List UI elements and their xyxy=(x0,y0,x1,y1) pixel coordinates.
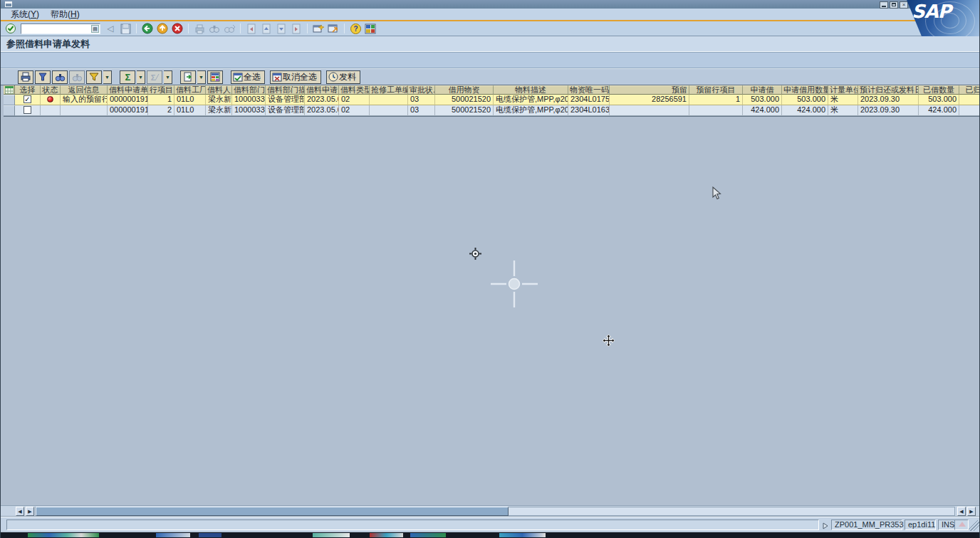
export-button[interactable] xyxy=(180,70,196,84)
last-page-icon[interactable] xyxy=(290,23,303,35)
cell-status[interactable] xyxy=(41,95,61,105)
choose-layout-button[interactable] xyxy=(207,70,223,84)
cell-req-qty[interactable]: 424.000 xyxy=(782,105,828,116)
column-header-request-no[interactable]: 借料申请单.. xyxy=(108,85,148,95)
cell-resv-item[interactable]: 1 xyxy=(689,95,743,105)
cell-plant[interactable]: 01L0 xyxy=(174,105,206,116)
cell-message[interactable] xyxy=(61,105,108,116)
row-selector[interactable] xyxy=(4,95,15,105)
column-header-department[interactable]: 借料部门 xyxy=(232,85,266,95)
cell-return-date[interactable]: 2023.09.30 xyxy=(858,95,919,105)
cell-borrow-type[interactable]: 02 xyxy=(339,105,370,116)
cell-returned[interactable] xyxy=(959,95,979,105)
cell-plant[interactable]: 01L0 xyxy=(174,95,206,105)
previous-page-icon[interactable] xyxy=(260,23,273,35)
find-next-button[interactable] xyxy=(69,70,85,84)
column-header-message[interactable]: 返回信息 xyxy=(61,85,108,95)
cell-uom[interactable]: 米 xyxy=(828,95,858,105)
cell-borrowed-qty[interactable]: 503.000 xyxy=(919,95,959,105)
save-icon[interactable] xyxy=(119,23,132,35)
column-header-borrower[interactable]: 借料人 xyxy=(206,85,232,95)
column-header-select[interactable]: 选择 xyxy=(15,85,41,95)
column-header-borrowed-qty[interactable]: 已借数量 xyxy=(919,85,959,95)
minimize-button[interactable] xyxy=(880,1,888,9)
column-header-request-date[interactable]: 借料申请日.. xyxy=(305,85,339,95)
cell-borrower[interactable]: 梁永新 xyxy=(206,105,232,116)
next-page-icon[interactable] xyxy=(275,23,288,35)
cell-approval[interactable]: 03 xyxy=(408,105,435,116)
sum-button[interactable]: Σ xyxy=(120,70,135,84)
find-next-icon[interactable] xyxy=(223,23,236,35)
scrollbar-thumb[interactable] xyxy=(36,507,509,516)
cell-select[interactable] xyxy=(15,105,41,116)
cell-message[interactable]: 输入的预留行项 xyxy=(61,95,108,105)
menu-help[interactable]: 帮助(H) xyxy=(51,9,80,21)
find-icon[interactable] xyxy=(208,23,221,35)
help-icon[interactable]: ? xyxy=(349,23,362,35)
print-button[interactable] xyxy=(18,70,33,84)
cell-mat-desc[interactable]: 电缆保护管,MPP,φ200 xyxy=(494,95,568,105)
cell-work-order[interactable] xyxy=(370,95,408,105)
column-header-plant[interactable]: 借料工厂 xyxy=(174,85,206,95)
cell-reservation[interactable]: 28256591 xyxy=(610,95,689,105)
filter-dropdown-icon[interactable]: ▼ xyxy=(103,70,112,84)
column-header-material[interactable]: 借用物资 xyxy=(435,85,494,95)
cell-reservation[interactable] xyxy=(610,105,689,116)
cell-material[interactable]: 500021520 xyxy=(435,95,494,105)
menu-system[interactable]: 系统(Y) xyxy=(11,9,39,21)
select-all-button[interactable]: 全选 xyxy=(231,70,265,84)
column-header-req-qty[interactable]: 申请借用数量 xyxy=(782,85,828,95)
scroll-left-end-icon[interactable]: ◀ xyxy=(957,507,966,516)
column-header-unique-code[interactable]: 物资唯一码 xyxy=(568,85,610,95)
cell-uom[interactable]: 米 xyxy=(828,105,858,116)
cell-return-date[interactable]: 2023.09.30 xyxy=(858,105,919,116)
cell-work-order[interactable] xyxy=(370,105,408,116)
create-shortcut-icon[interactable] xyxy=(327,23,340,35)
column-header-resv-item[interactable]: 预留行项目 xyxy=(689,85,743,95)
scroll-right-icon[interactable]: ▶ xyxy=(26,507,34,516)
cell-department[interactable]: 10000330 xyxy=(232,95,266,105)
filter-button[interactable] xyxy=(86,70,102,84)
row-select-checkbox[interactable] xyxy=(24,106,31,114)
horizontal-scrollbar[interactable]: ◀ ▶ ◀ ▶ xyxy=(1,505,979,517)
cell-line-item[interactable]: 1 xyxy=(148,95,174,105)
cell-approval[interactable]: 03 xyxy=(408,95,435,105)
first-page-icon[interactable] xyxy=(245,23,258,35)
cell-dept-desc[interactable]: 设备管理部 xyxy=(266,105,305,116)
cell-request-date[interactable]: 2023.05.09 xyxy=(305,95,339,105)
cell-returned[interactable] xyxy=(959,105,979,116)
new-session-icon[interactable] xyxy=(312,23,325,35)
status-message-field[interactable] xyxy=(6,519,819,530)
window-menu-icon[interactable] xyxy=(5,1,12,7)
scroll-left-icon[interactable]: ◀ xyxy=(16,507,24,516)
cell-request-no[interactable]: 0000001910 xyxy=(108,95,148,105)
export-dropdown-icon[interactable]: ▼ xyxy=(197,70,206,84)
cell-borrow-type[interactable]: 02 xyxy=(339,95,370,105)
cell-dept-desc[interactable]: 设备管理部 xyxy=(266,95,305,105)
collapse-icon[interactable]: ◁ xyxy=(104,23,117,35)
sort-button[interactable] xyxy=(35,70,51,84)
cell-borrower[interactable]: 梁永新 xyxy=(206,95,232,105)
cell-req-borrow[interactable]: 424.000 xyxy=(743,105,782,116)
column-header-approval[interactable]: 审批状.. xyxy=(408,85,435,95)
customize-layout-icon[interactable] xyxy=(364,23,377,35)
cell-borrowed-qty[interactable]: 424.000 xyxy=(919,105,959,116)
column-header-work-order[interactable]: 抢修工单编.. xyxy=(370,85,408,95)
column-header-dept-desc[interactable]: 借料部门描.. xyxy=(266,85,305,95)
cell-material[interactable]: 500021520 xyxy=(435,105,494,116)
cell-mat-desc[interactable]: 电缆保护管,MPP,φ200 xyxy=(494,105,568,116)
find-button[interactable] xyxy=(52,70,68,84)
command-field[interactable]: ▤ xyxy=(21,23,100,34)
cell-unique-code[interactable]: 2304L01635 xyxy=(568,105,610,116)
maximize-button[interactable] xyxy=(890,1,898,9)
cell-req-qty[interactable]: 503.000 xyxy=(782,95,828,105)
column-header-uom[interactable]: 计量单位 xyxy=(828,85,858,95)
print-icon[interactable] xyxy=(193,23,206,35)
scroll-right-end-icon[interactable]: ▶ xyxy=(967,507,976,516)
subtotal-dropdown-icon[interactable]: ▼ xyxy=(164,70,172,84)
column-header-req-borrow[interactable]: 申请借 xyxy=(743,85,782,95)
row-select-checkbox[interactable]: ✓ xyxy=(24,95,31,103)
cell-request-no[interactable]: 0000001910 xyxy=(108,105,148,116)
command-history-icon[interactable]: ▤ xyxy=(91,25,99,33)
enter-icon[interactable] xyxy=(4,23,17,35)
